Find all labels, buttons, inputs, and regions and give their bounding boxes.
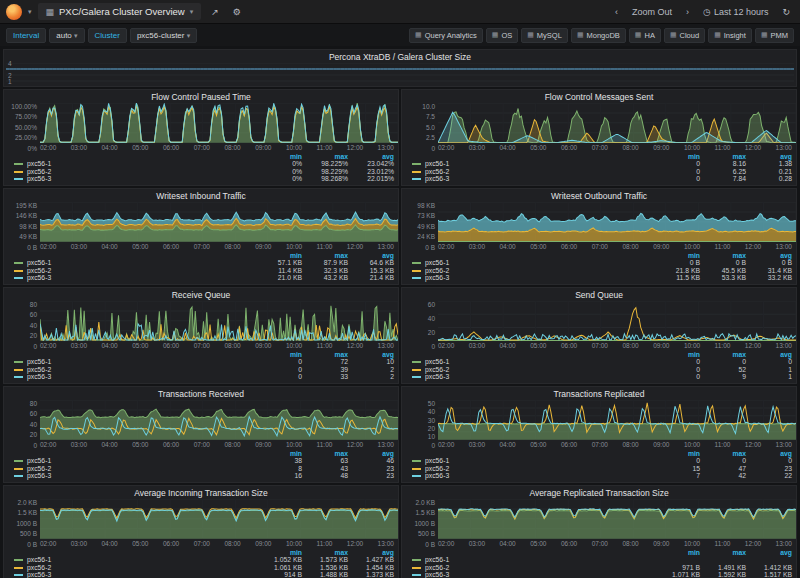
send-queue-chart[interactable] xyxy=(438,301,796,341)
legend-header-avg: avg xyxy=(348,153,394,161)
zoom-out-button[interactable]: Zoom Out xyxy=(628,5,676,19)
y-axis-tick: 1.5 KB xyxy=(17,509,37,516)
panel-title[interactable]: Average Incoming Transaction Size xyxy=(4,486,398,499)
x-axis-tick: 10:00 xyxy=(286,540,302,548)
legend-series-pxc56-1[interactable]: pxc56-1 xyxy=(14,358,256,366)
x-axis-tick: 05:00 xyxy=(530,441,546,449)
refresh-button[interactable]: ↻ xyxy=(778,5,794,19)
legend-series-pxc56-1[interactable]: pxc56-1 xyxy=(14,457,256,465)
legend-series-pxc56-1[interactable]: pxc56-1 xyxy=(14,556,256,564)
x-axis-tick: 06:00 xyxy=(163,441,179,449)
y-axis-tick: 5.0 xyxy=(426,124,435,131)
panel-title[interactable]: Receive Queue xyxy=(4,288,398,301)
dashlink-pmm[interactable]: ▦PMM xyxy=(755,28,794,43)
average-incoming-transaction-size-chart[interactable] xyxy=(40,499,398,539)
writeset-inbound-traffic-chart[interactable] xyxy=(40,202,398,242)
legend-header-min: min xyxy=(654,450,700,458)
legend-max-value: 7.84 xyxy=(700,175,746,183)
legend-series-pxc56-3[interactable]: pxc56-3 xyxy=(14,472,256,480)
y-axis-tick: 60 xyxy=(30,311,37,318)
x-axis-tick: 06:00 xyxy=(561,144,577,152)
receive-queue-chart[interactable] xyxy=(40,301,398,341)
legend-header-min: min xyxy=(654,252,700,260)
legend-series-pxc56-3[interactable]: pxc56-3 xyxy=(412,274,654,282)
legend-series-pxc56-3[interactable]: pxc56-3 xyxy=(14,373,256,381)
flow-control-paused-time-chart[interactable] xyxy=(40,103,398,143)
legend-series-pxc56-2[interactable]: pxc56-2 xyxy=(14,465,256,473)
panel-title[interactable]: Writeset Outbound Traffic xyxy=(402,189,796,202)
panel-title[interactable]: Average Replicated Transaction Size xyxy=(402,486,796,499)
writeset-outbound-traffic-chart[interactable] xyxy=(438,202,796,242)
legend-series-pxc56-3[interactable]: pxc56-3 xyxy=(14,274,256,282)
legend-min-value: 0% xyxy=(256,168,302,176)
x-axis-tick: 12:00 xyxy=(347,342,363,350)
legend-series-pxc56-1[interactable]: pxc56-1 xyxy=(412,358,654,366)
legend-series-pxc56-2[interactable]: pxc56-2 xyxy=(412,366,654,374)
flow-control-messages-sent-chart[interactable] xyxy=(438,103,796,143)
dashlink-os[interactable]: ▦OS xyxy=(486,28,518,43)
legend-series-pxc56-3[interactable]: pxc56-3 xyxy=(412,373,654,381)
legend-avg-value: 21.4 KB xyxy=(348,274,394,282)
dashlink-mysql[interactable]: ▦MySQL xyxy=(521,28,568,43)
dashlink-cloud[interactable]: ▦Cloud xyxy=(664,28,705,43)
legend-series-pxc56-2[interactable]: pxc56-2 xyxy=(14,168,256,176)
average-replicated-transaction-size-chart[interactable] xyxy=(438,499,796,539)
dashlink-mongodb[interactable]: ▦MongoDB xyxy=(571,28,626,43)
dashboard-grid-icon: ▦ xyxy=(714,31,721,39)
interval-variable-value[interactable]: auto ▾ xyxy=(49,28,84,43)
x-axis-tick: 02:00 xyxy=(40,243,56,251)
panel-title[interactable]: Transactions Replicated xyxy=(402,387,796,400)
legend-series-pxc56-1[interactable]: pxc56-1 xyxy=(412,556,654,564)
legend-series-pxc56-3[interactable]: pxc56-3 xyxy=(14,175,256,183)
legend-series-pxc56-2[interactable]: pxc56-2 xyxy=(412,465,654,473)
legend-avg-value: 31.4 KB xyxy=(746,267,792,275)
legend-series-pxc56-2[interactable]: pxc56-2 xyxy=(14,267,256,275)
panel-flow-control-messages-sent: Flow Control Messages Sent10.07.55.02.50… xyxy=(401,89,797,186)
x-axis-tick: 04:00 xyxy=(499,243,515,251)
legend-series-pxc56-1[interactable]: pxc56-1 xyxy=(412,160,654,168)
legend-min-value: 1.061 KB xyxy=(256,564,302,572)
panel-title[interactable]: Flow Control Messages Sent xyxy=(402,90,796,103)
dashlink-query-analytics[interactable]: ▦Query Analytics xyxy=(409,28,483,43)
legend-series-pxc56-2[interactable]: pxc56-2 xyxy=(14,564,256,572)
time-back-button[interactable]: ‹ xyxy=(611,5,622,19)
legend-series-pxc56-1[interactable]: pxc56-1 xyxy=(412,259,654,267)
transactions-replicated-chart[interactable] xyxy=(438,400,796,440)
cluster-size-chart[interactable] xyxy=(6,63,794,87)
time-forward-button[interactable]: › xyxy=(682,5,693,19)
y-axis-tick: 7.5 xyxy=(426,113,435,120)
x-axis-tick: 07:00 xyxy=(592,342,608,350)
legend-series-pxc56-3[interactable]: pxc56-3 xyxy=(412,175,654,183)
legend-max-value: 53.3 KB xyxy=(700,274,746,282)
dashlink-insight[interactable]: ▦Insight xyxy=(708,28,752,43)
legend-series-pxc56-1[interactable]: pxc56-1 xyxy=(14,259,256,267)
x-axis-tick: 07:00 xyxy=(592,441,608,449)
legend-series-pxc56-3[interactable]: pxc56-3 xyxy=(412,571,654,578)
panel-title[interactable]: Send Queue xyxy=(402,288,796,301)
dashboard-title-dropdown[interactable]: ▦ PXC/Galera Cluster Overview ▾ xyxy=(38,3,202,20)
time-range-picker[interactable]: ◷ Last 12 hours xyxy=(699,5,772,19)
legend-series-pxc56-2[interactable]: pxc56-2 xyxy=(14,366,256,374)
share-dashboard-button[interactable]: ↗ xyxy=(207,5,223,19)
legend-series-pxc56-3[interactable]: pxc56-3 xyxy=(14,571,256,578)
legend-series-pxc56-2[interactable]: pxc56-2 xyxy=(412,564,654,572)
dashboard-settings-button[interactable]: ⚙ xyxy=(229,5,245,19)
panel-title[interactable]: Flow Control Paused Time xyxy=(4,90,398,103)
legend-series-pxc56-1[interactable]: pxc56-1 xyxy=(14,160,256,168)
legend-series-pxc56-3[interactable]: pxc56-3 xyxy=(412,472,654,480)
cluster-size-chart[interactable]: 421 xyxy=(6,63,794,87)
grafana-logo-icon[interactable] xyxy=(6,4,22,20)
panel-title[interactable]: Transactions Received xyxy=(4,387,398,400)
legend-series-pxc56-1[interactable]: pxc56-1 xyxy=(412,457,654,465)
org-chevron-down-icon[interactable]: ▾ xyxy=(28,8,32,16)
panel-title[interactable]: Writeset Inbound Traffic xyxy=(4,189,398,202)
series-color-swatch xyxy=(14,178,23,180)
panel-title[interactable]: Percona XtraDB / Galera Cluster Size xyxy=(4,50,796,63)
dashlink-ha[interactable]: ▦HA xyxy=(629,28,661,43)
x-axis-tick: 13:00 xyxy=(776,342,792,350)
legend-series-pxc56-2[interactable]: pxc56-2 xyxy=(412,267,654,275)
legend-header-avg: avg xyxy=(348,549,394,557)
transactions-received-chart[interactable] xyxy=(40,400,398,440)
legend-series-pxc56-2[interactable]: pxc56-2 xyxy=(412,168,654,176)
cluster-variable-value[interactable]: pxc56-cluster ▾ xyxy=(130,28,197,43)
